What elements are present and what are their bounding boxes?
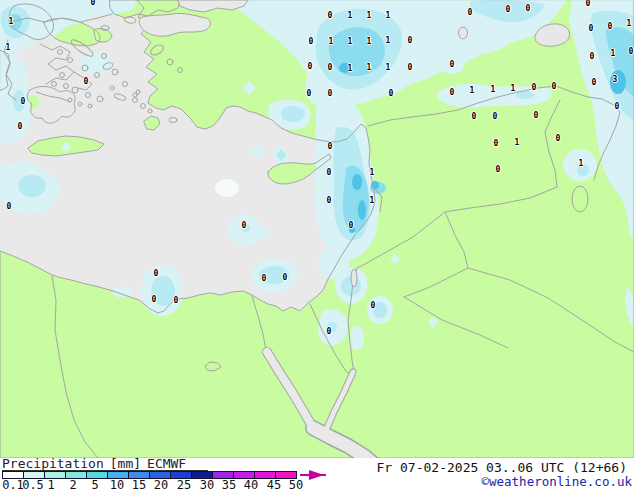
precipitation-map: 0110000001110000011110001001110001000000…	[0, 0, 634, 458]
map-image	[0, 0, 634, 458]
legend-tick: 45	[267, 478, 281, 490]
legend-tick: 10	[110, 478, 124, 490]
legend-tick: 30	[200, 478, 214, 490]
legend-tick: 15	[132, 478, 146, 490]
legend-tick: 20	[154, 478, 168, 490]
legend-title-text: Precipitation	[2, 456, 104, 471]
legend-unit: [mm]	[110, 456, 141, 471]
legend-tick: 1	[47, 478, 54, 490]
forecast-datetime: Fr 07-02-2025 03..06 UTC (12+66)	[377, 460, 627, 475]
legend-title: Precipitation[mm]ECMWF	[2, 456, 208, 471]
legend-tick: 40	[244, 478, 258, 490]
legend-tick: 0.1	[2, 478, 24, 490]
legend-tick: 25	[177, 478, 191, 490]
weather-map-page: 0110000001110000011110001001110001000000…	[0, 0, 634, 490]
legend-model: ECMWF	[147, 456, 186, 471]
legend-bar: Precipitation[mm]ECMWF 0.10.512510152025…	[0, 458, 634, 490]
legend-tick: 0.5	[22, 478, 44, 490]
legend-tick: 35	[222, 478, 236, 490]
legend-tick: 5	[91, 478, 98, 490]
legend-tick: 50	[289, 478, 303, 490]
legend-tick: 2	[69, 478, 76, 490]
light-shower-patch	[215, 179, 239, 197]
legend-tick-labels: 0.10.5125101520253035404550	[0, 478, 340, 490]
copyright-link[interactable]: ©weatheronline.co.uk	[481, 474, 632, 489]
